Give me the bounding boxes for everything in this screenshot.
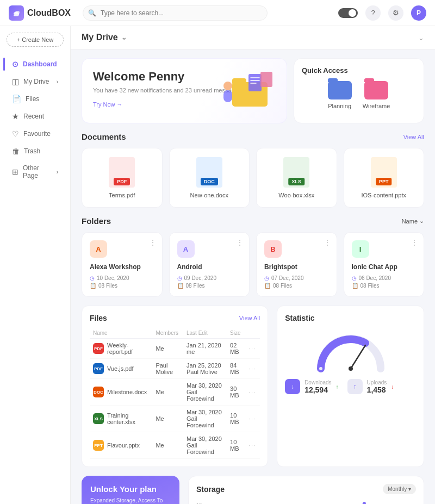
col-members: Members	[152, 328, 183, 339]
sidebar-item-favourite[interactable]: ♡ Favourite	[3, 125, 67, 142]
folder-menu-icon[interactable]: ⋮	[411, 238, 418, 247]
doc-name-woobox: Woo-box.xlsx	[278, 192, 314, 198]
arrow-right-icon: →	[117, 101, 123, 108]
question-icon[interactable]: ?	[365, 5, 381, 21]
drive-title: My Drive ⌄	[82, 33, 127, 42]
file-type-badge: XLS	[93, 413, 104, 424]
trash-icon: 🗑	[12, 147, 20, 155]
folder-date-brightspot: ◷ 07 Dec, 2020	[264, 275, 329, 281]
file-size: 30 MB	[227, 379, 245, 406]
folder-menu-icon[interactable]: ⋮	[149, 238, 157, 247]
promo-title: Unlock Your plan	[90, 484, 171, 494]
files-view-all[interactable]: View All	[239, 315, 260, 321]
folder-card-brightspot[interactable]: ⋮ B Brightspot ◷ 07 Dec, 2020 📋 08 Files	[256, 232, 337, 297]
logo[interactable]: CloudBOX	[9, 5, 74, 21]
folder-date-android: ◷ 09 Dec, 2020	[177, 275, 242, 281]
downloads-info: Downloads 12,594	[304, 379, 331, 394]
sidebar-item-mydrive[interactable]: ◫ My Drive ›	[3, 73, 67, 90]
promo-subtitle: Expanded Storage, Access To More Feature…	[90, 497, 171, 504]
welcome-section: Welcome Penny You have 32 new notificati…	[71, 49, 435, 132]
qa-label-wireframe: Wireframe	[363, 103, 390, 109]
file-more-icon[interactable]: ···	[248, 389, 257, 395]
uploads-value: 1,458	[367, 385, 387, 394]
doc-card-terms[interactable]: PDF Terms.pdf	[82, 148, 163, 208]
file-more-icon[interactable]: ···	[248, 442, 257, 449]
file-lastedit: Mar 30, 2020 Gail Forcewind	[183, 406, 227, 432]
folder-card-android[interactable]: ⋮ A Android ◷ 09 Dec, 2020 📋 08 Files	[169, 232, 250, 297]
settings-icon[interactable]: ⚙	[388, 5, 403, 21]
file-more-icon[interactable]: ···	[248, 415, 257, 422]
file-lastedit: Jan 25, 2020 Paul Molive	[183, 359, 227, 379]
file-icon: 📋	[352, 283, 358, 289]
file-icon: 📋	[90, 283, 96, 289]
file-more-icon[interactable]: ···	[248, 365, 257, 372]
sidebar-item-trash[interactable]: 🗑 Trash	[3, 142, 67, 160]
doc-card-woobox[interactable]: XLS Woo-box.xlsx	[256, 148, 337, 208]
folder-files-ionic: 📋 08 Files	[352, 283, 417, 289]
folder-icon-alexa: A	[90, 240, 107, 258]
col-lastedit: Last Edit	[183, 328, 227, 339]
promo-storage-split: Unlock Your plan Expanded Storage, Acces…	[71, 476, 435, 504]
sidebar-item-label: Favourite	[23, 130, 51, 138]
sidebar-item-recent[interactable]: ★ Recent	[3, 108, 67, 125]
doc-name-newone: New-one.docx	[190, 192, 228, 198]
search-icon: 🔍	[88, 9, 96, 17]
folder-name-ionic: Ionic Chat App	[352, 263, 417, 271]
xls-icon: XLS	[283, 157, 309, 188]
dark-mode-toggle[interactable]	[338, 8, 358, 18]
sidebar-item-label: Dashboard	[23, 60, 57, 68]
folders-title: Folders	[82, 216, 111, 226]
documents-header: Documents View All	[82, 132, 424, 141]
search-input[interactable]	[83, 5, 268, 21]
sidebar-item-files[interactable]: 📄 Files	[3, 90, 67, 108]
other-icon: ⊞	[12, 167, 18, 176]
table-row[interactable]: PPT Flavour.pptx Me Mar 30, 2020 Gail Fo…	[90, 432, 260, 459]
table-row[interactable]: XLS Training center.xlsx Me Mar 30, 2020…	[90, 406, 260, 432]
folder-meta-alexa: ◷ 10 Dec, 2020 📋 08 Files	[90, 275, 154, 289]
table-row[interactable]: PDF Vue.js.pdf Paul Molive Jan 25, 2020 …	[90, 359, 260, 379]
documents-view-all[interactable]: View All	[403, 134, 424, 140]
avatar[interactable]: P	[411, 5, 426, 21]
drive-chevron-icon[interactable]: ⌄	[121, 34, 127, 41]
qa-label-planning: Planning	[328, 103, 351, 109]
file-more-icon[interactable]: ···	[248, 345, 257, 352]
quick-access-items: Planning Wireframe	[302, 81, 416, 109]
folder-date-ionic: ◷ 06 Dec, 2020	[352, 275, 417, 281]
sidebar-item-otherpage[interactable]: ⊞ Other Page ›	[3, 160, 67, 184]
topnav: CloudBOX 🔍 ? ⚙ P	[0, 0, 435, 26]
drive-expand-icon[interactable]: ⌄	[418, 34, 424, 42]
storage-chart-header: Storage Monthly ▾	[196, 484, 416, 494]
file-name: Flavour.pptx	[107, 442, 140, 449]
doc-card-ios[interactable]: PPT IOS-content.pptx	[344, 148, 425, 208]
file-lastedit: Jan 21, 2020 me	[183, 339, 227, 359]
welcome-illustration	[216, 63, 281, 112]
folder-icon-ionic: I	[352, 240, 369, 258]
file-members: Me	[152, 339, 183, 359]
folder-card-alexa[interactable]: ⋮ A Alexa Workshop ◷ 10 Dec, 2020 📋 08 F…	[82, 232, 163, 297]
folder-card-ionic[interactable]: ⋮ I Ionic Chat App ◷ 06 Dec, 2020 📋 08 F…	[344, 232, 425, 297]
sort-button[interactable]: Name ⌄	[402, 217, 424, 225]
statistic-title: Statistic	[285, 314, 416, 322]
logo-text: CloudBOX	[27, 8, 71, 18]
doc-card-newone[interactable]: DOC New-one.docx	[169, 148, 250, 208]
file-lastedit: Mar 30, 2020 Gail Forcewind	[183, 379, 227, 406]
create-new-button[interactable]: + Create New	[7, 33, 64, 47]
chevron-right-icon: ›	[57, 79, 58, 85]
qa-item-wireframe[interactable]: Wireframe	[363, 81, 390, 109]
sidebar-item-dashboard[interactable]: ⊙ Dashboard	[3, 55, 67, 73]
svg-point-26	[363, 502, 366, 504]
search-bar: 🔍	[83, 5, 330, 21]
folder-menu-icon[interactable]: ⋮	[236, 238, 244, 247]
qa-item-planning[interactable]: Planning	[328, 81, 352, 109]
folder-files-brightspot: 📋 08 Files	[264, 283, 329, 289]
table-row[interactable]: PDF Weekly-report.pdf Me Jan 21, 2020 me…	[90, 339, 260, 359]
folder-date-alexa: ◷ 10 Dec, 2020	[90, 275, 154, 281]
download-icon: ↓	[285, 379, 300, 394]
file-name: Training center.xlsx	[107, 412, 149, 425]
folder-icon-android: A	[177, 240, 195, 258]
table-row[interactable]: DOC Milestone.docx Me Mar 30, 2020 Gail …	[90, 379, 260, 406]
monthly-filter-button[interactable]: Monthly ▾	[383, 484, 416, 494]
folders-grid: ⋮ A Alexa Workshop ◷ 10 Dec, 2020 📋 08 F…	[82, 232, 424, 297]
folder-menu-icon[interactable]: ⋮	[324, 238, 331, 247]
folder-name-brightspot: Brightspot	[264, 263, 329, 271]
